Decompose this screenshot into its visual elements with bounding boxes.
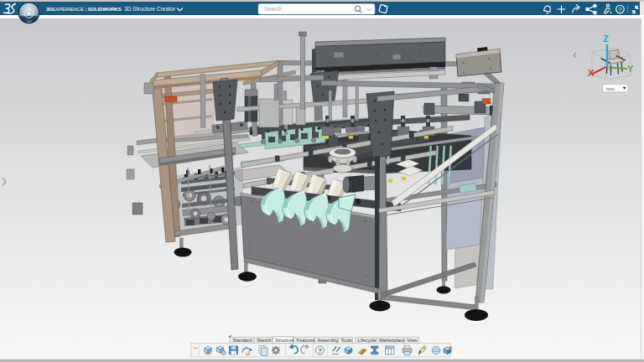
svg-text:X: X xyxy=(588,68,595,78)
svg-text:Structure: Structure xyxy=(275,338,294,343)
svg-text:Search: Search xyxy=(264,6,282,12)
svg-text:View: View xyxy=(408,338,418,343)
svg-text:Tools: Tools xyxy=(341,338,352,343)
svg-text:3DEXPERIENCE | SOLIDWORKS: 3DEXPERIENCE | SOLIDWORKS xyxy=(46,7,122,12)
svg-text:Sketch: Sketch xyxy=(257,338,271,343)
svg-text:Standard: Standard xyxy=(233,338,252,343)
svg-text:Assembly: Assembly xyxy=(318,338,338,343)
svg-text:Z: Z xyxy=(603,34,609,44)
svg-text:?: ? xyxy=(618,6,621,13)
svg-text:mm: mm xyxy=(606,86,615,91)
svg-text:?: ? xyxy=(318,347,322,354)
svg-text:3D: 3D xyxy=(22,13,26,16)
svg-text:I R: I R xyxy=(27,4,31,8)
svg-text:Features: Features xyxy=(297,338,315,343)
svg-text:Y: Y xyxy=(627,64,634,74)
svg-text:Lifecycle: Lifecycle xyxy=(358,338,377,343)
svg-text:3D Structure Creator: 3D Structure Creator xyxy=(124,6,176,12)
svg-text:Marketplace: Marketplace xyxy=(379,338,404,343)
